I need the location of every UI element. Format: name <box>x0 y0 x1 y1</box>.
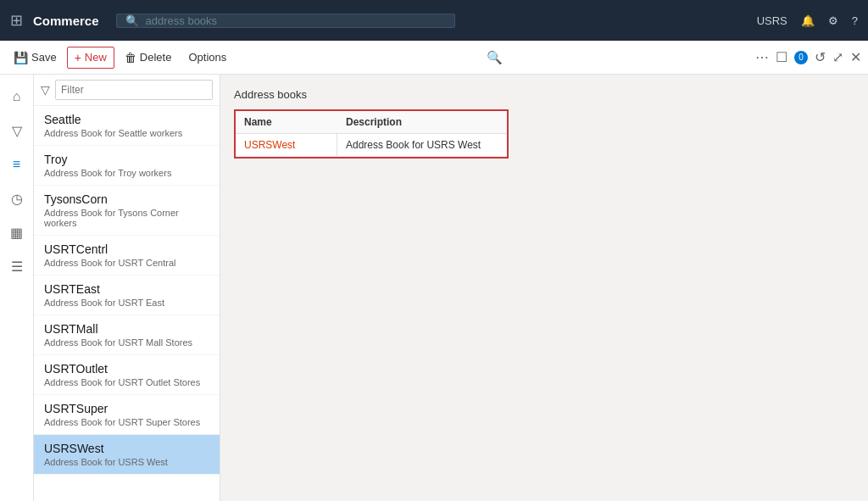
toolbar-icon-2[interactable]: ☐ <box>776 49 787 65</box>
top-nav-bar: ⊞ Commerce 🔍 USRS 🔔 ⚙ ? <box>0 0 868 41</box>
search-bar[interactable]: 🔍 <box>116 14 455 28</box>
options-label: Options <box>188 51 226 64</box>
toolbar-icon-3[interactable]: ↺ <box>815 49 826 65</box>
list-filter-bar: ▽ <box>34 75 220 106</box>
help-icon[interactable]: ? <box>852 14 858 27</box>
search-icon: 🔍 <box>125 14 139 27</box>
delete-label: Delete <box>140 51 172 64</box>
list-item[interactable]: USRTOutlet Address Book for USRT Outlet … <box>34 355 220 395</box>
new-icon: + <box>75 51 81 64</box>
user-label[interactable]: USRS <box>757 14 787 27</box>
list-item-name: USRTOutlet <box>44 362 209 376</box>
list-item-name: Troy <box>44 153 209 166</box>
list-item[interactable]: USRTSuper Address Book for USRT Super St… <box>34 395 220 435</box>
list-item[interactable]: TysonsCorn Address Book for Tysons Corne… <box>34 186 220 236</box>
sidebar-table-icon[interactable]: ▦ <box>2 217 32 248</box>
list-item-desc: Address Book for USRT Central <box>44 258 209 268</box>
filter-input[interactable] <box>55 80 213 100</box>
delete-button[interactable]: 🗑 Delete <box>118 47 179 68</box>
sidebar-home-icon[interactable]: ⌂ <box>2 81 32 112</box>
sidebar-clock-icon[interactable]: ◷ <box>2 183 32 214</box>
table-row[interactable]: USRSWest Address Book for USRS West <box>236 134 507 157</box>
list-item-name: USRTSuper <box>44 402 209 415</box>
new-button[interactable]: + New <box>67 47 114 69</box>
list-item-name: USRSWest <box>44 442 209 455</box>
list-item-desc: Address Book for USRS West <box>44 457 209 467</box>
table-rows: USRSWest Address Book for USRS West <box>236 134 507 157</box>
toolbar-search-icon[interactable]: 🔍 <box>480 47 509 69</box>
table-cell-description: Address Book for USRS West <box>337 134 507 156</box>
delete-icon: 🗑 <box>125 51 136 64</box>
save-label: Save <box>31 51 57 64</box>
toolbar-close-icon[interactable]: ✕ <box>850 49 861 65</box>
filter-icon: ▽ <box>41 83 50 97</box>
list-item-name: Seattle <box>44 113 209 126</box>
col-desc-header: Description <box>337 111 507 133</box>
app-name: Commerce <box>33 14 99 28</box>
list-item-name: USRTMall <box>44 322 209 336</box>
col-name-header: Name <box>236 111 337 133</box>
list-item-desc: Address Book for Troy workers <box>44 168 209 178</box>
toolbar-right: ⋯ ☐ 0 ↺ ⤢ ✕ <box>755 49 861 65</box>
list-item[interactable]: Troy Address Book for Troy workers <box>34 146 220 186</box>
save-icon: 💾 <box>14 51 28 64</box>
sidebar-list-icon[interactable]: ≡ <box>2 149 32 180</box>
list-item[interactable]: USRTEast Address Book for USRT East <box>34 276 220 315</box>
toolbar-badge: 0 <box>794 51 808 64</box>
bell-icon[interactable]: 🔔 <box>801 14 815 27</box>
list-item-desc: Address Book for USRT Mall Stores <box>44 337 209 348</box>
list-items: Seattle Address Book for Seattle workers… <box>34 106 220 501</box>
toolbar-icon-4[interactable]: ⤢ <box>832 49 843 65</box>
top-nav-right: USRS 🔔 ⚙ ? <box>757 14 858 27</box>
list-item-desc: Address Book for USRT Outlet Stores <box>44 377 209 387</box>
options-button[interactable]: Options <box>181 47 233 67</box>
sidebar-lines-icon[interactable]: ☰ <box>2 251 32 281</box>
section-title: Address books <box>234 88 854 101</box>
list-item-name: TysonsCorn <box>44 192 209 206</box>
list-item[interactable]: USRTMall Address Book for USRT Mall Stor… <box>34 315 220 355</box>
grid-icon[interactable]: ⊞ <box>10 11 23 30</box>
sidebar-filter-icon[interactable]: ▽ <box>2 115 32 146</box>
table-header: Name Description <box>236 111 507 134</box>
sidebar-icons: ⌂ ▽ ≡ ◷ ▦ ☰ <box>0 75 34 501</box>
list-item-name: USRTEast <box>44 282 209 296</box>
list-item[interactable]: Seattle Address Book for Seattle workers <box>34 106 220 146</box>
list-item-desc: Address Book for Seattle workers <box>44 128 209 138</box>
table-cell-name: USRSWest <box>236 134 337 156</box>
address-books-table: Name Description USRSWest Address Book f… <box>234 109 509 159</box>
search-input[interactable] <box>146 14 446 27</box>
list-item[interactable]: USRSWest Address Book for USRS West <box>34 435 220 475</box>
list-item-desc: Address Book for USRT Super Stores <box>44 417 209 427</box>
list-item-desc: Address Book for USRT East <box>44 298 209 308</box>
toolbar: 💾 Save + New 🗑 Delete Options 🔍 ⋯ ☐ 0 ↺ … <box>0 41 868 75</box>
main-layout: ⌂ ▽ ≡ ◷ ▦ ☰ ▽ Seattle Address Book for S… <box>0 75 868 501</box>
list-panel: ▽ Seattle Address Book for Seattle worke… <box>34 75 220 501</box>
save-button[interactable]: 💾 Save <box>7 47 64 68</box>
gear-icon[interactable]: ⚙ <box>828 14 838 27</box>
list-item-name: USRTCentrl <box>44 242 209 256</box>
toolbar-icon-1[interactable]: ⋯ <box>755 49 769 65</box>
new-label: New <box>85 51 107 64</box>
content-area: Address books Name Description USRSWest … <box>220 75 868 501</box>
list-item[interactable]: USRTCentrl Address Book for USRT Central <box>34 236 220 276</box>
list-item-desc: Address Book for Tysons Corner workers <box>44 208 209 228</box>
